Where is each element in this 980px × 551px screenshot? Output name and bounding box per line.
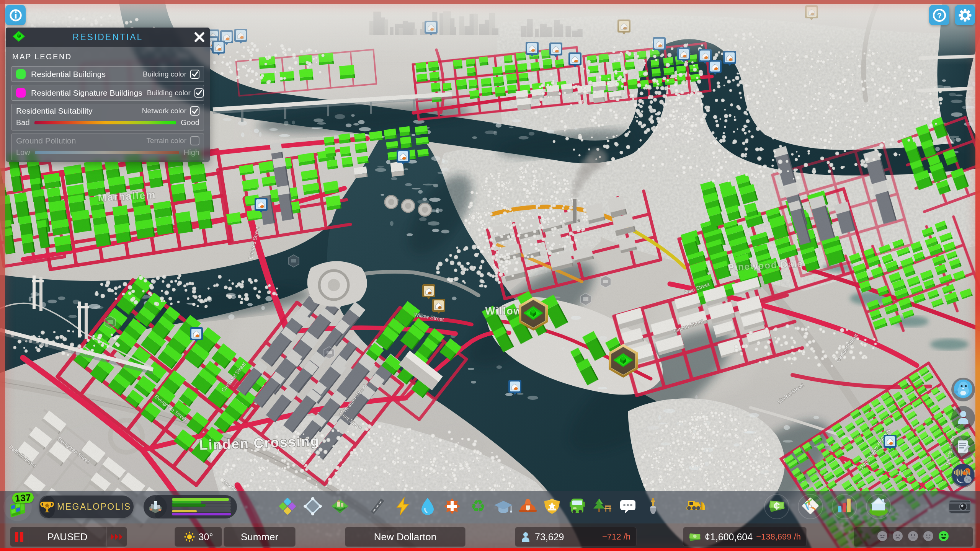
sun-icon [184,531,195,543]
city-name-display[interactable]: New Dollarton [345,527,466,547]
money-display[interactable]: ¢1,600,604 −138,699 /h [683,527,807,547]
photo-mode-icon [949,498,971,516]
svg-text:♻: ♻ [470,497,485,516]
population-display[interactable]: 73,629 −712 /h [515,527,637,547]
radio-button[interactable] [951,464,975,487]
population-icon [521,532,530,542]
speed-up-button[interactable] [107,533,127,541]
economy-icon: ¢ [767,496,787,517]
healthcare-tool-button[interactable] [443,498,461,516]
progress-track-3 [172,507,231,510]
communications-tool-button[interactable] [619,498,637,516]
terraforming-icon [644,497,663,517]
scale-min-label: Low [16,148,30,157]
water-sewage-icon [418,497,437,517]
garbage-tool-button[interactable]: ♻ [469,498,487,516]
signature-areas-tool-button[interactable] [331,498,349,516]
xp-level-value: 137 [12,492,34,504]
legend-control-label: Building color [147,89,191,97]
signature-areas-icon [330,497,350,517]
fire-rescue-tool-button[interactable] [519,498,537,516]
parks-recreation-icon [593,497,612,517]
gear-icon [957,7,973,23]
svg-text:¢: ¢ [774,499,780,512]
legend-control-label: Terrain color [146,137,186,145]
legend-row-3: Ground PollutionTerrain colorLowHigh [11,134,204,160]
info-icon [8,8,23,23]
bulldozer-tool-button[interactable] [685,498,703,516]
police-tool-button[interactable] [543,498,561,516]
money-icon [689,532,701,541]
transportation-icon [568,497,587,517]
city-icon-circle [144,495,167,518]
transport-routes-button[interactable] [798,494,823,519]
happiness-face-happy [938,531,949,543]
economy-button[interactable]: ¢ [764,494,789,519]
progress-bars [155,495,237,518]
fire-rescue-icon [518,497,537,517]
money-value: ¢1,600,604 [705,531,753,543]
terraforming-tool-button[interactable] [644,498,662,516]
season-display[interactable]: Summer [224,527,296,547]
happiness-face-sad [892,531,903,543]
close-button[interactable] [194,31,205,43]
police-icon [542,497,562,517]
infoview-panel: RESIDENTIAL MAP LEGEND Residential Build… [6,28,210,162]
legend-checkbox[interactable] [190,136,199,145]
screen-edge-red-line [0,548,980,551]
electricity-tool-button[interactable] [394,498,412,516]
followed-citizen-button[interactable] [951,406,975,430]
city-information-button[interactable] [866,494,891,519]
money-rate: −138,699 /h [756,532,801,542]
legend-checkbox[interactable] [194,88,204,98]
city-progress[interactable] [144,495,237,518]
population-value: 73,629 [535,531,564,543]
legend-checkbox[interactable] [190,106,199,116]
infoview-button[interactable] [5,5,26,25]
legend-gradient-bar [34,121,176,124]
pause-button[interactable] [10,531,28,542]
help-icon: ? [932,8,947,23]
trophy-icon [39,499,55,515]
photo-mode-button[interactable] [951,498,969,516]
roads-tool-button[interactable] [368,498,387,516]
happiness-display[interactable] [854,527,973,547]
legend-swatch [16,69,26,79]
season-value: Summer [241,531,278,543]
transportation-tool-button[interactable] [568,498,586,516]
education-tool-button[interactable] [494,498,513,516]
journal-button[interactable] [951,435,975,459]
scale-max-label: High [184,148,199,157]
city-name: New Dollarton [374,531,436,543]
districts-tool-button[interactable] [304,498,322,516]
progress-fill-2 [172,504,206,507]
zones-icon [278,497,297,517]
progress-track-2 [172,504,231,507]
garbage-icon: ♻ [469,497,488,517]
game-viewport: Evergreen StreetEvergreen StreetDaffodil… [0,0,980,551]
legend-control-label: Building color [143,70,186,78]
settings-button[interactable] [955,5,975,25]
city-information-icon [868,496,889,518]
progress-track-5 [172,513,231,515]
education-icon [494,497,513,517]
progress-fill-4 [172,510,197,513]
help-button[interactable]: ? [929,5,949,25]
legend-swatch [16,88,26,98]
parks-recreation-tool-button[interactable] [593,498,612,516]
districts-icon [303,497,322,517]
progress-track-1 [172,501,231,504]
legend-gradient-bar [35,151,179,154]
temperature-display[interactable]: 30° [175,527,222,547]
chirper-button[interactable] [951,378,975,401]
water-sewage-tool-button[interactable] [418,498,437,516]
statistics-icon [835,496,854,517]
legend-label: Residential Suitability [16,106,93,116]
statistics-button[interactable] [832,494,857,519]
zones-tool-button[interactable] [278,498,297,516]
happiness-face-unhappy [877,531,888,543]
legend-label: Residential Buildings [31,70,106,79]
milestone-button[interactable]: MEGALOPOLIS [39,496,134,518]
healthcare-icon [443,497,462,517]
legend-checkbox[interactable] [190,70,199,79]
